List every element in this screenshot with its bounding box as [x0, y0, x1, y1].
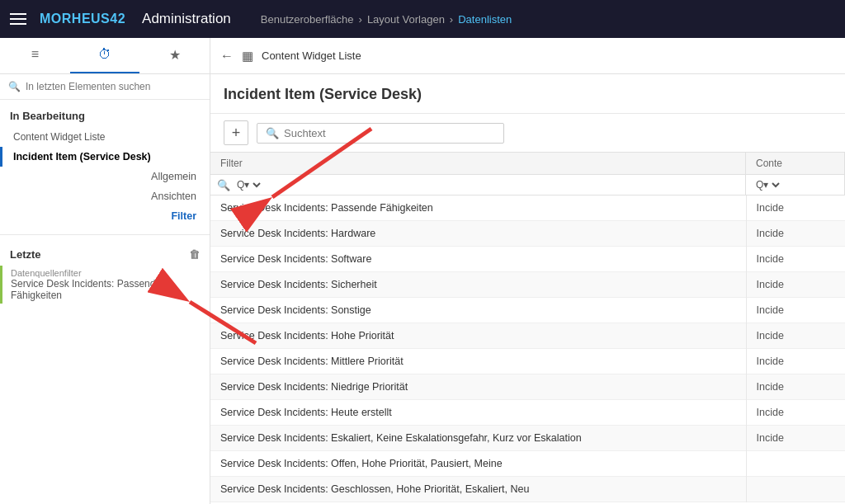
breadcrumb-item-1[interactable]: Benutzeroberfläche	[261, 13, 354, 26]
logo: MORHEUS42	[40, 12, 125, 26]
letzte-section: Letzte 🗑 Datenquellenfilter Service Desk…	[0, 238, 210, 309]
table-cell-side: Incide	[746, 195, 845, 221]
filter-search-icon: 🔍	[217, 179, 230, 191]
table-row[interactable]: Service Desk Incidents: Geschlossen, Hoh…	[210, 477, 845, 502]
table-container: Filter Conte 🔍 Q▾ Q▾ Service Desk Incide…	[210, 153, 845, 504]
filter-select-side[interactable]: Q▾	[753, 178, 782, 191]
back-button[interactable]: ←	[220, 49, 234, 64]
add-button[interactable]: +	[224, 120, 248, 145]
filter-side-label: Conte	[746, 153, 845, 174]
filter-input-side[interactable]: Q▾	[746, 175, 845, 195]
table-cell-side: Incide	[746, 400, 845, 426]
table-cell-side: Incide	[746, 426, 845, 451]
delete-icon[interactable]: 🗑	[189, 248, 200, 261]
table-cell-main: Service Desk Incidents: Heute erstellt	[210, 400, 746, 426]
toolbar: + 🔍	[210, 114, 845, 153]
sidebar-item-incident[interactable]: Incident Item (Service Desk)	[0, 147, 210, 167]
table-row[interactable]: Service Desk Incidents: Hardware Incide	[210, 221, 845, 247]
letzte-item-0[interactable]: Datenquellenfilter Service Desk Incident…	[0, 266, 210, 304]
breadcrumb-item-2[interactable]: Layout Vorlagen	[367, 13, 445, 26]
table-cell-main: Service Desk Incidents: Passende Fähigke…	[210, 195, 746, 221]
sidebar-tab-list[interactable]: ≡	[0, 38, 70, 73]
table-row[interactable]: Service Desk Incidents: Niedrige Priorit…	[210, 374, 845, 400]
table-cell-side: Incide	[746, 221, 845, 247]
main-area: ≡ ⏱ ★ 🔍 In Bearbeitung Content Widget Li…	[0, 38, 845, 504]
breadcrumb: Benutzeroberfläche › Layout Vorlagen › D…	[261, 13, 512, 26]
table-row[interactable]: Service Desk Incidents: Software Incide	[210, 247, 845, 272]
table-row[interactable]: Service Desk Incidents: Sonstige Incide	[210, 298, 845, 323]
sidebar-tab-recent[interactable]: ⏱	[70, 38, 140, 73]
chevron-icon-1: ›	[359, 13, 362, 26]
table-cell-side: Incide	[746, 323, 845, 349]
search-icon: 🔍	[8, 81, 21, 92]
sidebar-sub-items: Allgemein Ansichten Filter	[0, 167, 210, 226]
data-table: Service Desk Incidents: Passende Fähigke…	[210, 195, 845, 502]
table-cell-side: Incide	[746, 349, 845, 374]
section-divider	[0, 234, 210, 235]
filter-input-row: 🔍 Q▾ Q▾	[210, 175, 845, 195]
table-row[interactable]: Service Desk Incidents: Mittlere Priorit…	[210, 349, 845, 374]
breadcrumb-active[interactable]: Datenlisten	[458, 13, 512, 26]
in-bearbeitung-header: In Bearbeitung	[0, 105, 210, 127]
sidebar-item-label: Content Widget Liste	[13, 131, 105, 143]
top-nav: MORHEUS42 Administration Benutzeroberflä…	[0, 0, 845, 38]
table-cell-main: Service Desk Incidents: Hohe Priorität	[210, 323, 746, 349]
letzte-item-title: Datenquellenfilter	[11, 268, 200, 278]
table-cell-side	[746, 451, 845, 477]
search-box: 🔍	[257, 123, 504, 144]
sidebar-tabs: ≡ ⏱ ★	[0, 38, 210, 74]
content-title-row: Incident Item (Service Desk)	[210, 74, 845, 114]
sidebar-item-label: Incident Item (Service Desk)	[13, 151, 151, 163]
filter-input-main[interactable]: 🔍 Q▾	[210, 175, 746, 195]
filter-label: Filter	[210, 153, 746, 174]
letzte-item-name: Service Desk Incidents: Passende Fähigke…	[11, 278, 200, 301]
table-cell-main: Service Desk Incidents: Niedrige Priorit…	[210, 374, 746, 400]
table-cell-main: Service Desk Incidents: Hardware	[210, 221, 746, 247]
app-title: Administration	[142, 11, 231, 27]
sidebar-subitem-ansichten[interactable]: Ansichten	[0, 186, 210, 206]
table-cell-side: Incide	[746, 374, 845, 400]
table-cell-main: Service Desk Incidents: Geschlossen, Hoh…	[210, 477, 746, 502]
table-row[interactable]: Service Desk Incidents: Heute erstellt I…	[210, 400, 845, 426]
hamburger-menu[interactable]	[10, 13, 26, 25]
search-input[interactable]	[26, 81, 201, 92]
table-row[interactable]: Service Desk Incidents: Offen, Hohe Prio…	[210, 451, 845, 477]
table-cell-side: Incide	[746, 247, 845, 272]
table-cell-side: Incide	[746, 298, 845, 323]
sidebar-tab-favorites[interactable]: ★	[139, 38, 210, 73]
table-cell-main: Service Desk Incidents: Sonstige	[210, 298, 746, 323]
filter-select-main[interactable]: Q▾	[234, 178, 263, 191]
grid-icon: ▦	[242, 49, 253, 64]
table-cell-main: Service Desk Incidents: Eskaliert, Keine…	[210, 426, 746, 451]
content-area: ← ▦ Content Widget Liste Incident Item (…	[210, 38, 845, 504]
table-cell-main: Service Desk Incidents: Sicherheit	[210, 272, 746, 298]
table-cell-main: Service Desk Incidents: Offen, Hohe Prio…	[210, 451, 746, 477]
table-row[interactable]: Service Desk Incidents: Hohe Priorität I…	[210, 323, 845, 349]
table-row[interactable]: Service Desk Incidents: Sicherheit Incid…	[210, 272, 845, 298]
sidebar-item-content-widget[interactable]: Content Widget Liste ✏	[0, 127, 210, 147]
content-header-title: Content Widget Liste	[262, 49, 361, 62]
chevron-icon-2: ›	[450, 13, 453, 26]
search-input[interactable]	[284, 127, 495, 139]
table-row[interactable]: Service Desk Incidents: Eskaliert, Keine…	[210, 426, 845, 451]
sidebar-subitem-allgemein[interactable]: Allgemein	[0, 167, 210, 186]
table-cell-side	[746, 477, 845, 502]
sidebar-search: 🔍	[0, 74, 210, 100]
table-cell-main: Service Desk Incidents: Mittlere Priorit…	[210, 349, 746, 374]
filter-row: Filter Conte	[210, 153, 845, 175]
sidebar: ≡ ⏱ ★ 🔍 In Bearbeitung Content Widget Li…	[0, 38, 210, 504]
table-cell-side: Incide	[746, 272, 845, 298]
table-cell-main: Service Desk Incidents: Software	[210, 247, 746, 272]
content-header: ← ▦ Content Widget Liste	[210, 38, 845, 74]
letzte-header: Letzte 🗑	[0, 243, 210, 266]
table-row[interactable]: Service Desk Incidents: Passende Fähigke…	[210, 195, 845, 221]
page-title: Incident Item (Service Desk)	[224, 86, 832, 103]
search-icon: 🔍	[266, 127, 279, 139]
sidebar-subitem-filter[interactable]: Filter	[0, 206, 210, 226]
in-bearbeitung-section: In Bearbeitung Content Widget Liste ✏ In…	[0, 100, 210, 231]
